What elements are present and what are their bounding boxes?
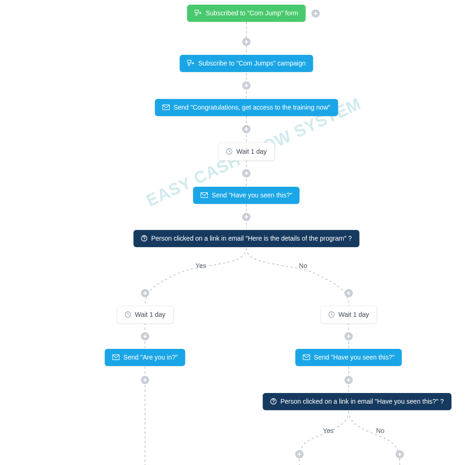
branch-label-yes: Yes — [323, 427, 334, 434]
node-wait-1-day-yes[interactable]: Wait 1 day — [117, 306, 173, 324]
node-label: Wait 1 day — [338, 311, 369, 319]
node-action-send-seen-2[interactable]: Send "Have you seen this?" — [295, 349, 402, 366]
node-action-send-seen[interactable]: Send "Have you seen this?" — [193, 187, 299, 204]
node-action-send-congrats[interactable]: Send "Congratulations, get access to the… — [155, 99, 338, 116]
node-action-subscribe-campaign[interactable]: Subscribe to "Com Jumps" campaign — [180, 55, 313, 72]
node-label: Person clicked on a link in email "Here … — [151, 235, 352, 242]
node-label: Send "Are you in?" — [123, 354, 178, 361]
question-icon — [141, 235, 147, 242]
mail-icon — [303, 354, 310, 360]
add-step-button[interactable] — [242, 81, 251, 90]
clock-icon — [125, 311, 131, 318]
node-label: Wait 1 day — [135, 311, 165, 319]
add-sibling-button[interactable] — [311, 9, 320, 18]
add-step-button[interactable] — [344, 289, 353, 297]
node-label: Subscribe to "Com Jumps" campaign — [198, 59, 306, 67]
automation-flow-canvas: EASY CASH FLOW SYSTEM Subscribed to "Com… — [0, 0, 476, 465]
form-entry-icon — [194, 10, 202, 16]
node-label: Subscribed to "Com Jump" form — [205, 9, 298, 17]
clock-icon — [328, 311, 335, 318]
svg-point-19 — [144, 240, 145, 240]
node-label: Wait 1 day — [236, 148, 267, 156]
node-wait-1-day[interactable]: Wait 1 day — [218, 143, 275, 161]
mail-icon — [112, 354, 119, 360]
add-step-button[interactable] — [242, 125, 251, 133]
branch-label-no: No — [376, 427, 384, 434]
branch-label-yes: Yes — [196, 262, 206, 269]
clock-icon — [226, 148, 232, 155]
add-step-button[interactable] — [242, 213, 251, 221]
node-label: Send "Have you seen this?" — [314, 354, 394, 361]
add-step-button[interactable] — [141, 332, 149, 341]
node-label: Person clicked on a link in email "Have … — [280, 398, 444, 406]
question-icon — [270, 398, 277, 405]
node-action-send-are-you-in[interactable]: Send "Are you in?" — [105, 349, 185, 366]
node-trigger-subscribed[interactable]: Subscribed to "Com Jump" form — [187, 5, 305, 22]
add-step-button[interactable] — [295, 450, 304, 458]
add-step-button[interactable] — [242, 38, 251, 46]
node-label: Send "Congratulations, get access to the… — [173, 104, 331, 111]
svg-rect-9 — [195, 10, 198, 13]
mail-icon — [200, 192, 208, 198]
node-condition-clicked-details[interactable]: Person clicked on a link in email "Here … — [133, 230, 359, 247]
mail-icon — [162, 105, 170, 110]
add-step-button[interactable] — [141, 376, 149, 384]
branch-label-no: No — [299, 262, 307, 269]
node-condition-clicked-seen[interactable]: Person clicked on a link in email "Have … — [263, 393, 451, 410]
add-step-button[interactable] — [141, 289, 149, 297]
svg-point-25 — [273, 403, 274, 403]
add-step-button[interactable] — [344, 376, 353, 384]
node-wait-1-day-no[interactable]: Wait 1 day — [320, 306, 377, 324]
add-step-button[interactable] — [242, 169, 251, 177]
svg-rect-12 — [187, 60, 191, 63]
add-step-button[interactable] — [396, 450, 404, 458]
form-entry-icon — [187, 60, 195, 66]
node-label: Send "Have you seen this?" — [212, 191, 292, 199]
add-step-button[interactable] — [344, 332, 353, 341]
